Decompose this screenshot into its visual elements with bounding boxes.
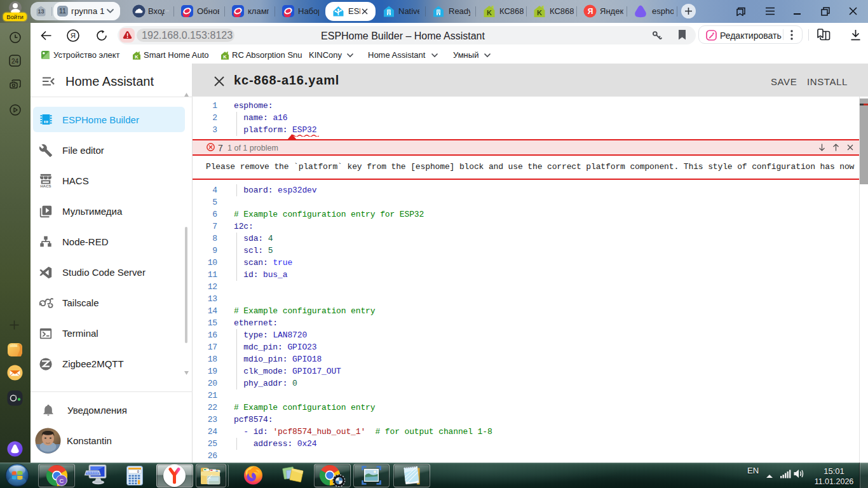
svg-text:K: K [537, 9, 542, 17]
svg-text:C: C [60, 477, 64, 484]
svg-text:Я: Я [588, 7, 593, 16]
svg-text:HACS: HACS [41, 184, 51, 188]
svg-text:K: K [487, 9, 492, 17]
svg-text:13: 13 [37, 8, 44, 15]
svg-text:0: 0 [137, 470, 139, 474]
svg-text:K: K [223, 54, 227, 60]
svg-text:24: 24 [11, 58, 19, 65]
svg-text:K: K [135, 54, 139, 60]
